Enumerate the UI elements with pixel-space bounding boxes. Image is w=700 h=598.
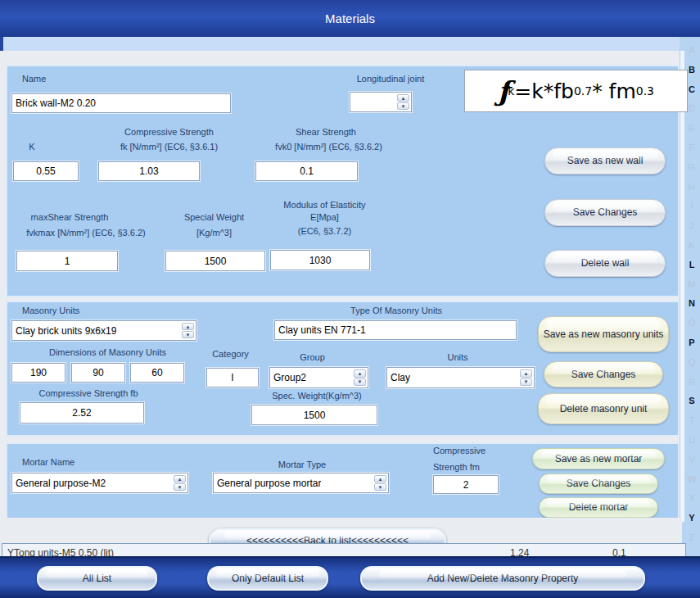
group-select[interactable]: Group2 ▲ ▼ <box>269 367 368 388</box>
wall-name-input[interactable]: Brick wall-M2 0.20 <box>11 93 231 113</box>
save-as-new-mortar-button[interactable]: Save as new mortar <box>532 448 665 469</box>
alphabet-letter-R[interactable]: R <box>689 378 695 387</box>
masonry-units-select[interactable]: Clay brick units 9x6x19 ▲ ▼ <box>11 320 196 341</box>
masonry-units-value: Clay brick units 9x6x19 <box>16 325 116 337</box>
spinner-up-icon[interactable]: ▲ <box>374 475 386 482</box>
k-input[interactable]: 0.55 <box>13 161 79 181</box>
alphabet-letter-M[interactable]: M <box>688 280 695 289</box>
formula-exp1: 0.7 <box>574 84 592 97</box>
spinner-up-icon[interactable]: ▲ <box>520 369 532 378</box>
fm-input[interactable]: 2 <box>433 475 499 494</box>
spec-weight-label: Spec. Weight(Kg/m^3) <box>247 391 386 401</box>
mortar-name-label: Mortar Name <box>22 457 104 468</box>
units-select[interactable]: Clay ▲ ▼ <box>386 367 535 388</box>
spec-weight-input[interactable]: 1500 <box>251 405 377 425</box>
fb-input[interactable]: 2.52 <box>20 402 144 424</box>
alphabet-letter-X[interactable]: X <box>689 494 694 503</box>
fvkmax-input[interactable]: 1 <box>16 251 118 271</box>
alphabet-letter-O[interactable]: O <box>689 319 696 328</box>
spinner-up-icon[interactable]: ▲ <box>182 323 194 330</box>
mortar-type-label: Mortar Type <box>233 460 372 470</box>
save-as-new-wall-button[interactable]: Save as new wall <box>544 147 666 174</box>
fk-formula: ƒk=k*fb0.7* fm0.3 <box>464 70 688 112</box>
alphabet-letter-Q[interactable]: Q <box>689 358 696 367</box>
alphabet-letter-L[interactable]: L <box>689 260 695 270</box>
modulus-input[interactable]: 1030 <box>270 250 370 270</box>
spinner-down-icon[interactable]: ▼ <box>354 378 366 387</box>
units-label: Units <box>417 352 499 363</box>
save-mortar-changes-button[interactable]: Save Changes <box>539 473 658 494</box>
rail-scroll-strip[interactable] <box>680 51 684 522</box>
shear-strength-title: Shear Strength <box>249 127 403 138</box>
fk-input[interactable]: 1.03 <box>98 161 200 181</box>
fvk0-input[interactable]: 0.1 <box>255 161 358 181</box>
alphabet-letter-Z[interactable]: Z <box>689 533 695 542</box>
delete-mortar-button[interactable]: Delete mortar <box>539 497 658 518</box>
alphabet-letter-K[interactable]: K <box>689 241 694 250</box>
spinner-down-icon[interactable]: ▼ <box>397 102 409 110</box>
delete-masonry-unit-button[interactable]: Delete masonry unit <box>538 393 669 424</box>
spinner: ▲ ▼ <box>374 475 386 491</box>
alphabet-letter-G[interactable]: G <box>689 163 696 172</box>
spinner-down-icon[interactable]: ▼ <box>182 331 194 338</box>
formula-body: =k*fb <box>514 79 574 103</box>
materials-dialog: Materials ABCDEFGHIJKLMNOPQRSTUVWXYZ Nam… <box>0 0 700 598</box>
alphabet-letter-B[interactable]: B <box>689 66 695 75</box>
alphabet-letter-N[interactable]: N <box>689 299 695 308</box>
maxshear-sub: fvkmax [N/mm²] (EC6, §3.6.2) <box>7 228 165 238</box>
spinner: ▲ ▼ <box>520 369 532 386</box>
alphabet-index: ABCDEFGHIJKLMNOPQRSTUVWXYZ <box>685 46 698 542</box>
save-wall-changes-button[interactable]: Save Changes <box>544 199 666 226</box>
only-default-list-button[interactable]: Only Default List <box>207 566 328 591</box>
alphabet-letter-J[interactable]: J <box>689 221 694 230</box>
alphabet-letter-S[interactable]: S <box>689 396 694 405</box>
spinner-up-icon[interactable]: ▲ <box>174 475 186 482</box>
alphabet-letter-D[interactable]: D <box>689 104 695 113</box>
alphabet-letter-Y[interactable]: Y <box>689 514 694 523</box>
special-weight-input[interactable]: 1500 <box>165 251 265 271</box>
dimension-3-input[interactable]: 60 <box>130 363 184 383</box>
type-of-masonry-units-input[interactable]: Clay units EN 771-1 <box>274 320 517 340</box>
alphabet-letter-I[interactable]: I <box>690 202 693 211</box>
alphabet-letter-E[interactable]: E <box>689 124 694 133</box>
add-new-delete-masonry-property-button[interactable]: Add New/Delete Masonry Property <box>360 566 645 591</box>
alphabet-letter-F[interactable]: F <box>689 143 695 152</box>
clipped-list-row[interactable]: YTong units-M5 0.50 (lit) 1.24 0.1 <box>2 543 686 556</box>
alphabet-letter-H[interactable]: H <box>689 183 695 192</box>
longitudinal-joint-select[interactable]: ▲ ▼ <box>350 92 412 112</box>
alphabet-letter-A[interactable]: A <box>689 46 694 55</box>
delete-wall-button[interactable]: Delete wall <box>544 250 666 277</box>
spinner-up-icon[interactable]: ▲ <box>397 94 409 102</box>
alphabet-letter-C[interactable]: C <box>689 85 695 94</box>
mortar-name-select[interactable]: General purpose-M2 ▲ ▼ <box>11 473 188 493</box>
spinner: ▲ ▼ <box>182 323 194 338</box>
maxshear-title: maxShear Strength <box>7 212 132 223</box>
clipped-row-value2: 0.1 <box>612 545 626 556</box>
dimensions-label: Dimensions of Masonry Units <box>24 347 192 358</box>
wall-name-label: Name <box>22 74 88 84</box>
modulus-sub2: (EC6, §3.7.2) <box>257 226 392 237</box>
save-masonry-changes-button[interactable]: Save Changes <box>544 361 663 387</box>
all-list-button[interactable]: All List <box>37 566 157 591</box>
alphabet-letter-U[interactable]: U <box>689 436 695 445</box>
alphabet-letter-T[interactable]: T <box>689 416 695 425</box>
fm-label-line2: Strength fm <box>433 462 515 473</box>
category-input[interactable]: I <box>206 368 259 387</box>
masonry-units-section: Masonry Units Clay brick units 9x6x19 ▲ … <box>6 301 680 437</box>
spinner-down-icon[interactable]: ▼ <box>374 483 386 491</box>
clipped-row-value1: 1.24 <box>510 545 529 556</box>
spinner-down-icon[interactable]: ▼ <box>174 483 186 491</box>
wall-section: Name Brick wall-M2 0.20 Longitudinal joi… <box>6 65 680 297</box>
spinner-down-icon[interactable]: ▼ <box>520 378 532 387</box>
alphabet-letter-P[interactable]: P <box>689 338 694 347</box>
save-as-new-masonry-units-button[interactable]: Save as new masonry units <box>538 316 669 352</box>
dimension-1-input[interactable]: 190 <box>11 363 65 383</box>
bottom-bar: All List Only Default List Add New/Delet… <box>0 556 700 598</box>
dimension-2-input[interactable]: 90 <box>71 363 125 383</box>
alphabet-letter-V[interactable]: V <box>689 455 694 464</box>
spinner: ▲ ▼ <box>354 369 366 386</box>
mortar-type-select[interactable]: General purpose mortar ▲ ▼ <box>213 473 389 493</box>
spinner-up-icon[interactable]: ▲ <box>354 369 366 378</box>
alphabet-letter-W[interactable]: W <box>688 475 696 484</box>
group-label: Group <box>278 352 347 363</box>
